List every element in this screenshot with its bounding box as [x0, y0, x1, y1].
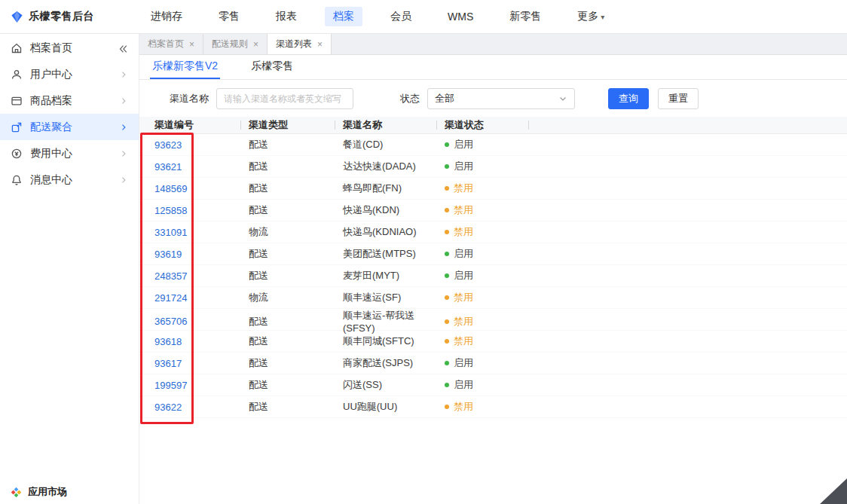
- chevron-right-icon: [119, 176, 128, 185]
- tab-label: 渠道列表: [276, 38, 312, 50]
- channel-type-cell: 配送: [249, 334, 343, 348]
- channel-status-cell: 禁用: [445, 182, 537, 195]
- channel-id-link[interactable]: 331091: [154, 227, 249, 238]
- sidebar-item-expense-center[interactable]: 费用中心: [0, 140, 139, 166]
- channel-status-cell: 禁用: [445, 225, 537, 239]
- chevron-right-icon: [119, 123, 128, 132]
- status-dot-icon: [445, 361, 449, 365]
- bell-icon: [11, 174, 23, 186]
- topnav-item-reports[interactable]: 报表: [268, 7, 305, 26]
- channel-id-link[interactable]: 248357: [154, 270, 249, 282]
- channel-status-cell: 禁用: [445, 334, 537, 348]
- channel-id-link[interactable]: 93617: [154, 358, 249, 369]
- sidebar-item-user-center[interactable]: 用户中心: [0, 61, 139, 87]
- topnav-item-members[interactable]: 会员: [382, 7, 420, 26]
- subtab-new-retail-v2[interactable]: 乐檬新零售V2: [150, 55, 220, 79]
- app-market-label: 应用市场: [28, 485, 67, 499]
- close-icon[interactable]: ×: [317, 40, 323, 49]
- sidebar-menu: 档案首页用户中心商品档案配送聚合费用中心消息中心: [0, 35, 139, 193]
- corner-widget[interactable]: [820, 478, 847, 504]
- status-dot-icon: [445, 186, 449, 191]
- column-header-2: 渠道名称: [343, 118, 445, 132]
- channel-id-link[interactable]: 93622: [154, 402, 249, 413]
- status-dot-icon: [445, 164, 449, 169]
- topnav-item-inventory[interactable]: 进销存: [142, 7, 191, 26]
- table-body: 93623配送餐道(CD)启用93621配送达达快速(DADA)启用148569…: [139, 134, 847, 418]
- money-icon: [11, 148, 23, 160]
- logo-icon: [11, 11, 23, 23]
- page: 乐檬零售后台 进销存零售报表档案会员WMS新零售更多▾ 档案首页用户中心商品档案…: [0, 0, 847, 504]
- subtab-retail[interactable]: 乐檬零售: [249, 55, 295, 79]
- channel-id-link[interactable]: 291724: [154, 292, 249, 304]
- table-row: 148569配送蜂鸟即配(FN)禁用: [139, 178, 847, 200]
- sidebar-item-message-center[interactable]: 消息中心: [0, 166, 139, 193]
- channel-name-cell: 蜂鸟即配(FN): [343, 182, 445, 195]
- tab-delivery-rules[interactable]: 配送规则×: [203, 34, 268, 54]
- topbar: 乐檬零售后台 进销存零售报表档案会员WMS新零售更多▾: [0, 0, 847, 34]
- status-select[interactable]: 全部: [427, 88, 575, 109]
- channel-id-link[interactable]: 365706: [154, 316, 249, 327]
- channel-id-link[interactable]: 93621: [154, 161, 249, 173]
- topnav-item-wms[interactable]: WMS: [439, 8, 482, 26]
- sidebar-item-label: 商品档案: [30, 94, 119, 108]
- sidebar-collapse-icon[interactable]: [118, 44, 128, 54]
- sidebar: 档案首页用户中心商品档案配送聚合费用中心消息中心 应用市场: [0, 34, 139, 504]
- channel-status-cell: 启用: [445, 160, 537, 173]
- app-market-icon: [11, 487, 22, 498]
- search-button[interactable]: 查询: [608, 88, 649, 109]
- channel-type-cell: 配送: [249, 400, 343, 414]
- delivery-icon: [11, 121, 23, 133]
- channel-id-link[interactable]: 93619: [154, 249, 249, 260]
- sidebar-item-delivery-aggregation[interactable]: 配送聚合: [0, 114, 139, 140]
- chevron-right-icon: [119, 149, 128, 158]
- topnav-item-archive[interactable]: 档案: [325, 7, 362, 26]
- status-dot-icon: [445, 405, 449, 409]
- channel-type-cell: 配送: [249, 182, 343, 195]
- channel-status-cell: 启用: [445, 247, 537, 261]
- tab-archive-home[interactable]: 档案首页×: [139, 34, 203, 54]
- sidebar-item-goods-archive[interactable]: 商品档案: [0, 87, 139, 114]
- table-row: 93619配送美团配送(MTPS)启用: [139, 243, 847, 265]
- status-text: 启用: [454, 269, 473, 283]
- channel-id-link[interactable]: 125858: [154, 205, 249, 216]
- status-text: 启用: [454, 378, 473, 392]
- channel-name-cell: UU跑腿(UU): [343, 400, 445, 414]
- close-icon[interactable]: ×: [189, 40, 194, 49]
- table-row: 93618配送顺丰同城(SFTC)禁用: [139, 331, 847, 353]
- channel-status-cell: 禁用: [445, 400, 537, 414]
- channel-id-link[interactable]: 93623: [154, 139, 249, 151]
- status-dot-icon: [445, 339, 449, 344]
- status-label: 状态: [400, 92, 420, 105]
- channel-type-cell: 配送: [249, 247, 343, 261]
- channel-status-cell: 启用: [445, 378, 537, 392]
- table-row: 365706配送顺丰速运-帮我送(SFSY)禁用: [139, 309, 847, 331]
- channel-status-cell: 启用: [445, 138, 537, 151]
- channel-name-cell: 餐道(CD): [343, 138, 445, 151]
- topnav-item-more[interactable]: 更多▾: [569, 7, 613, 26]
- user-icon: [11, 69, 23, 81]
- tab-channel-list[interactable]: 渠道列表×: [268, 34, 332, 54]
- tab-label: 档案首页: [148, 38, 184, 50]
- channel-name-cell: 顺丰速运(SF): [343, 291, 445, 304]
- topnav-item-new-retail[interactable]: 新零售: [501, 7, 549, 26]
- column-header-3: 渠道状态: [445, 118, 537, 132]
- chevron-right-icon: [119, 70, 128, 79]
- channel-type-cell: 配送: [249, 269, 343, 283]
- reset-button[interactable]: 重置: [658, 88, 699, 109]
- status-text: 启用: [454, 247, 473, 261]
- channel-name-label: 渠道名称: [170, 92, 209, 105]
- status-text: 启用: [454, 356, 473, 370]
- channel-name-cell: 快递鸟(KDNIAO): [343, 225, 445, 239]
- tab-bar: 档案首页×配送规则×渠道列表×: [139, 34, 847, 55]
- channel-id-link[interactable]: 199597: [154, 380, 249, 391]
- logo-text: 乐檬零售后台: [29, 10, 94, 23]
- filter-bar: 渠道名称 状态 全部 查询 重置: [139, 80, 847, 117]
- close-icon[interactable]: ×: [253, 40, 258, 49]
- channel-id-link[interactable]: 148569: [154, 183, 249, 194]
- channel-id-link[interactable]: 93618: [154, 336, 249, 347]
- app-market[interactable]: 应用市场: [11, 485, 67, 499]
- channel-name-cell: 商家配送(SJPS): [343, 356, 445, 370]
- channel-name-input[interactable]: [216, 88, 353, 109]
- topnav-item-retail[interactable]: 零售: [210, 7, 248, 26]
- table-row: 93617配送商家配送(SJPS)启用: [139, 353, 847, 374]
